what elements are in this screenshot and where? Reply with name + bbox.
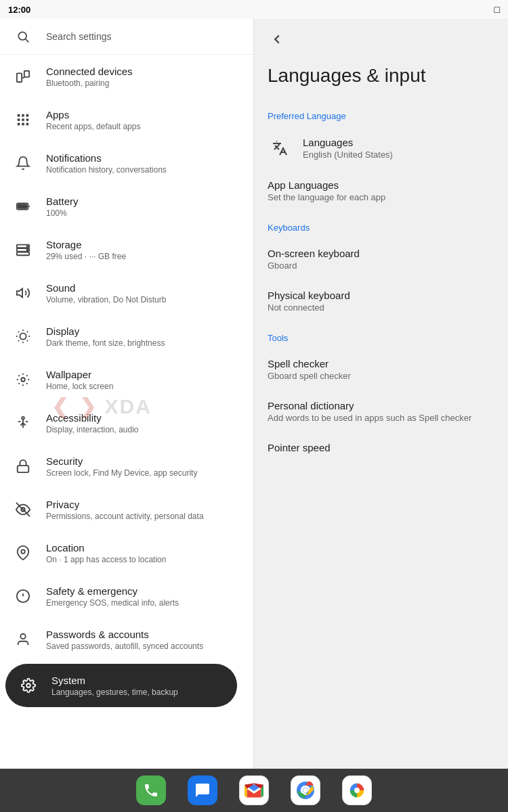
sidebar-item-battery[interactable]: Battery 100% (0, 185, 253, 228)
svg-marker-22 (17, 289, 22, 298)
right-item-on-screen-keyboard[interactable]: On-screen keyboard Gboard (254, 238, 508, 280)
wallpaper-title: Wallpaper (46, 369, 113, 380)
sidebar-item-storage[interactable]: Storage 29% used · ··· GB free (0, 228, 253, 271)
notifications-subtitle: Notification history, conversations (46, 165, 167, 175)
svg-rect-13 (26, 123, 29, 126)
svg-rect-3 (24, 71, 29, 77)
svg-line-30 (18, 340, 19, 341)
connected-devices-icon (11, 64, 35, 89)
sidebar-item-sound[interactable]: Sound Volume, vibration, Do Not Disturb (0, 271, 253, 315)
physical-keyboard-subtitle: Not connected (268, 302, 350, 313)
sidebar-item-security[interactable]: Security Screen lock, Find My Device, ap… (0, 445, 253, 488)
nav-messages-app[interactable] (188, 775, 217, 805)
back-button[interactable] (265, 27, 289, 51)
right-panel-header (254, 19, 508, 60)
svg-rect-9 (22, 118, 24, 121)
right-panel: Languages & input Preferred Language Lan… (254, 19, 508, 769)
svg-point-43 (26, 683, 30, 687)
svg-point-0 (18, 32, 26, 40)
svg-rect-12 (22, 123, 24, 126)
apps-subtitle: Recent apps, default apps (46, 122, 140, 131)
svg-point-23 (20, 333, 26, 339)
accessibility-title: Accessibility (46, 412, 139, 424)
search-icon (11, 24, 35, 49)
right-item-app-languages[interactable]: App Languages Set the language for each … (254, 170, 508, 212)
on-screen-keyboard-subtitle: Gboard (268, 261, 360, 271)
sidebar-item-display[interactable]: Display Dark theme, font size, brightnes… (0, 315, 253, 358)
system-title: System (51, 675, 178, 686)
sidebar-item-accessibility[interactable]: Accessibility Display, interaction, audi… (0, 401, 253, 445)
safety-icon (11, 584, 35, 608)
left-panel: Search settings Connected devices Blueto… (0, 19, 254, 769)
location-subtitle: On · 1 app has access to location (46, 555, 166, 564)
page-title: Languages & input (254, 60, 508, 100)
app-languages-subtitle: Set the language for each app (268, 192, 385, 202)
location-title: Location (46, 542, 166, 554)
battery-icon: □ (494, 4, 500, 15)
nav-phone-app[interactable] (136, 775, 166, 805)
wallpaper-icon (11, 367, 35, 392)
languages-title: Languages (303, 137, 393, 148)
wallpaper-subtitle: Home, lock screen (46, 382, 113, 391)
right-item-personal-dictionary[interactable]: Personal dictionary Add words to be used… (254, 390, 508, 432)
sidebar-item-notifications[interactable]: Notifications Notification history, conv… (0, 141, 253, 185)
section-header-keyboards: Keyboards (254, 212, 508, 238)
privacy-icon (11, 497, 35, 522)
sidebar-item-wallpaper[interactable]: Wallpaper Home, lock screen (0, 358, 253, 401)
svg-rect-8 (18, 118, 20, 121)
system-subtitle: Languages, gestures, time, backup (51, 687, 178, 697)
personal-dictionary-subtitle: Add words to be used in apps such as Spe… (268, 413, 471, 423)
passwords-icon (11, 627, 35, 652)
right-item-pointer-speed[interactable]: Pointer speed (254, 432, 508, 463)
sidebar-item-apps[interactable]: Apps Recent apps, default apps (0, 98, 253, 141)
storage-icon (11, 238, 35, 262)
main-container: Search settings Connected devices Blueto… (0, 19, 508, 769)
display-subtitle: Dark theme, font size, brightness (46, 338, 165, 348)
sidebar-item-connected-devices[interactable]: Connected devices Bluetooth, pairing (0, 55, 253, 98)
svg-rect-19 (17, 252, 29, 256)
right-item-spell-checker[interactable]: Spell checker Gboard spell checker (254, 348, 508, 390)
nav-gmail-app[interactable] (239, 775, 269, 805)
passwords-subtitle: Saved passwords, autofill, synced accoun… (46, 641, 203, 651)
status-time: 12:00 (8, 5, 30, 15)
sound-subtitle: Volume, vibration, Do Not Disturb (46, 295, 166, 304)
translate-icon (268, 136, 292, 160)
sidebar-item-safety[interactable]: Safety & emergency Emergency SOS, medica… (0, 574, 253, 618)
nav-chrome-app[interactable] (291, 775, 320, 805)
sidebar-item-passwords[interactable]: Passwords & accounts Saved passwords, au… (0, 618, 253, 661)
battery-subtitle: 100% (46, 208, 79, 218)
display-title: Display (46, 325, 165, 337)
apps-title: Apps (46, 109, 140, 120)
on-screen-keyboard-title: On-screen keyboard (268, 248, 360, 259)
display-icon (11, 324, 35, 348)
nav-photos-app[interactable] (342, 775, 372, 805)
section-header-preferred-language: Preferred Language (254, 100, 508, 127)
svg-rect-2 (17, 73, 22, 82)
right-item-physical-keyboard[interactable]: Physical keyboard Not connected (254, 280, 508, 322)
svg-rect-7 (26, 114, 29, 117)
app-languages-title: App Languages (268, 179, 385, 191)
sidebar-item-location[interactable]: Location On · 1 app has access to locati… (0, 531, 253, 574)
battery-title: Battery (46, 196, 79, 207)
safety-title: Safety & emergency (46, 585, 179, 597)
privacy-subtitle: Permissions, account activity, personal … (46, 512, 204, 521)
svg-point-47 (303, 788, 308, 792)
storage-subtitle: 29% used · ··· GB free (46, 252, 126, 261)
personal-dictionary-title: Personal dictionary (268, 400, 471, 411)
sidebar-item-privacy[interactable]: Privacy Permissions, account activity, p… (0, 488, 253, 531)
search-settings-title: Search settings (46, 31, 112, 42)
privacy-title: Privacy (46, 499, 204, 510)
svg-line-26 (18, 332, 19, 332)
search-settings-item[interactable]: Search settings (0, 19, 253, 55)
languages-subtitle: English (United States) (303, 150, 393, 160)
accessibility-icon (11, 411, 35, 435)
svg-point-20 (27, 246, 28, 247)
svg-point-42 (20, 634, 25, 639)
right-item-languages[interactable]: Languages English (United States) (254, 127, 508, 170)
system-item-wrapper: System Languages, gestures, time, backup (0, 661, 253, 710)
status-bar: 12:00 □ (0, 0, 508, 19)
notifications-icon (11, 151, 35, 175)
status-icons: □ (494, 4, 500, 15)
svg-line-1 (26, 39, 29, 43)
sidebar-item-system[interactable]: System Languages, gestures, time, backup (5, 664, 237, 707)
